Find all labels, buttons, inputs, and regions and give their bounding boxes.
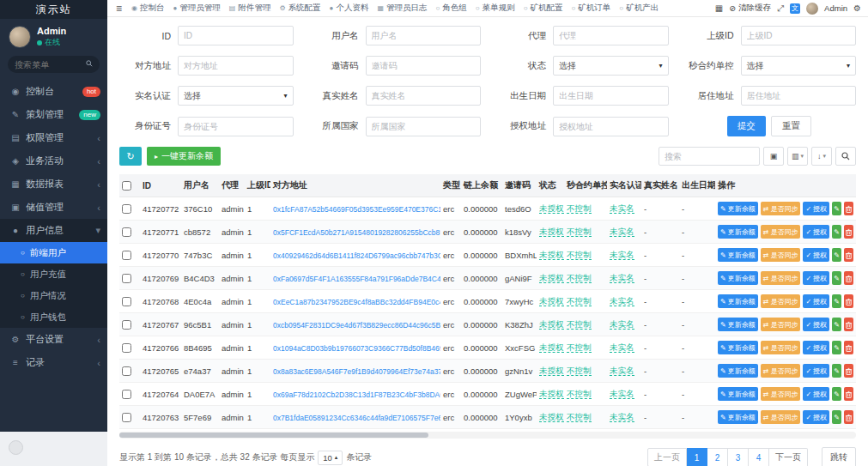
sync-button[interactable]: ⇄是否同步 [761,387,801,401]
float-action-button[interactable] [9,440,23,455]
address-link[interactable]: 0xFa0697d5F4F1A163555F84a791F96aDde7B4C4… [273,275,440,283]
edit-button[interactable]: ✎ [832,341,841,354]
edit-button[interactable]: ✎ [832,248,841,262]
row-checkbox[interactable] [122,413,131,422]
topnav-item-admin-log[interactable]: ▦管理员日志 [373,0,431,17]
filter-input-residence[interactable] [741,86,857,106]
kyc-link[interactable]: 未实名 [610,296,634,306]
sync-button[interactable]: ⇄是否同步 [761,364,801,378]
filter-select-kyc[interactable]: 选择▾ [178,86,294,106]
row-checkbox[interactable] [122,274,131,283]
sidebar-search-input[interactable] [15,60,86,70]
authorize-button[interactable]: ✓授权 [803,387,829,401]
contract-control-link[interactable]: 不控制 [567,319,592,330]
search-toggle-button[interactable] [835,147,856,166]
address-link[interactable]: 0x1094aC8D03b9b19766073C9366C77Bd50f8B46… [273,344,440,353]
row-checkbox[interactable] [122,204,131,214]
topnav-item-attachment[interactable]: ▤附件管理 [225,0,276,17]
sync-button[interactable]: ⇄是否同步 [761,294,801,308]
sidebar-item-report[interactable]: ▦数据报表‹ [0,172,107,196]
row-checkbox[interactable] [122,343,131,353]
row-checkbox[interactable] [122,297,131,306]
status-link[interactable]: 未授权 [539,319,564,330]
contract-control-link[interactable]: 不控制 [567,412,592,422]
update-balance-button[interactable]: ✎更新余额 [718,225,758,239]
delete-button[interactable] [844,410,853,424]
update-balance-button[interactable]: ✎更新余额 [718,341,758,354]
row-checkbox[interactable] [122,366,131,376]
edit-button[interactable]: ✎ [832,225,841,239]
sidebar-subitem-user-wallet[interactable]: ○用户钱包 [0,306,107,328]
address-link[interactable]: 0x40929462d64d6B1411f824D6799ac96cbb747b… [273,251,440,260]
edit-button[interactable]: ✎ [832,364,841,378]
kyc-link[interactable]: 未实名 [610,203,634,214]
sidebar-subitem-user-status[interactable]: ○用户情况 [0,285,107,306]
table-search-input[interactable] [659,147,760,166]
page-button-4[interactable]: 4 [749,448,769,466]
contract-control-link[interactable]: 不控制 [567,296,592,306]
sync-button[interactable]: ⇄是否同步 [761,225,801,239]
kyc-link[interactable]: 未实名 [610,227,634,237]
filter-input-auth-address[interactable] [553,117,669,136]
page-button-2[interactable]: 2 [707,448,728,466]
authorize-button[interactable]: ✓授权 [803,225,829,239]
clear-cache-button[interactable]: ⊘ 清除缓存 [729,3,771,14]
row-checkbox[interactable] [122,227,131,237]
per-page-select[interactable]: 10 ▴ [318,451,343,465]
fullscreen-icon[interactable]: ⤢ [777,3,784,14]
kyc-link[interactable]: 未实名 [610,366,634,376]
edit-button[interactable]: ✎ [832,387,841,401]
update-all-balance-button[interactable]: ▸ 一键更新余额 [147,147,221,166]
filter-input-real-name[interactable] [366,86,482,106]
filter-input-agent[interactable] [553,26,669,45]
delete-button[interactable] [844,341,853,354]
status-link[interactable]: 未授权 [539,366,564,376]
authorize-button[interactable]: ✓授权 [803,248,829,262]
reset-button[interactable]: 重置 [771,116,811,136]
address-link[interactable]: 0x1fcFA87A52b54669F05d3953Ee959E470E376C… [273,205,440,214]
sidebar-item-platform[interactable]: ⚙平台设置‹ [0,328,107,351]
contract-control-link[interactable]: 不控制 [567,227,592,237]
kyc-link[interactable]: 未实名 [610,250,634,260]
address-link[interactable]: 0xcb0954F2831DC9e4d67f3B829ecc86D44c96c5… [273,321,440,330]
columns-button[interactable]: ▥▾ [787,147,808,166]
filter-select-status[interactable]: 选择▾ [553,56,669,76]
delete-button[interactable] [844,294,853,308]
filter-input-invite-code[interactable] [366,56,482,76]
status-link[interactable]: 未授权 [539,273,564,283]
submit-button[interactable]: 提交 [727,116,766,136]
edit-button[interactable]: ✎ [832,294,841,308]
status-link[interactable]: 未授权 [539,389,564,399]
topnav-item-console[interactable]: ◉控制台 [127,0,168,17]
sidebar-item-plan[interactable]: ✎策划管理new [0,103,107,126]
next-page-button[interactable]: 下一页 [769,448,808,466]
contract-control-link[interactable]: 不控制 [567,366,592,376]
clipboard-button[interactable]: ▣ [763,147,784,166]
update-balance-button[interactable]: ✎更新余额 [718,271,758,285]
sidebar-item-activity[interactable]: ◈业务活动‹ [0,149,107,172]
status-link[interactable]: 未授权 [539,412,564,422]
topnav-item-miner-config[interactable]: ○矿机配置 [519,0,568,17]
topnav-item-role-group[interactable]: ○角色组 [431,0,470,17]
topnav-item-miner-output[interactable]: ○矿机产出 [615,0,663,17]
filter-input-country[interactable] [366,117,482,136]
contract-control-link[interactable]: 不控制 [567,389,592,399]
delete-button[interactable] [844,318,853,331]
jump-button[interactable]: 跳转 [822,447,856,466]
update-balance-button[interactable]: ✎更新余额 [718,294,758,308]
sidebar-item-auth[interactable]: ▤权限管理‹ [0,126,107,149]
contract-control-link[interactable]: 不控制 [567,250,592,260]
status-link[interactable]: 未授权 [539,227,564,237]
sync-button[interactable]: ⇄是否同步 [761,248,801,262]
refresh-button[interactable]: ↻ [119,147,142,166]
update-balance-button[interactable]: ✎更新余额 [718,387,758,401]
topnav-item-menu-rule[interactable]: ○菜单规则 [471,0,519,17]
filter-input-id[interactable] [178,26,294,45]
row-checkbox[interactable] [122,251,131,260]
filter-select-contract-control[interactable]: 选择▾ [741,56,857,76]
update-balance-button[interactable]: ✎更新余额 [718,364,758,378]
authorize-button[interactable]: ✓授权 [803,318,829,331]
status-link[interactable]: 未授权 [539,342,564,353]
delete-button[interactable] [844,202,853,215]
filter-input-parent-id[interactable] [741,26,857,45]
